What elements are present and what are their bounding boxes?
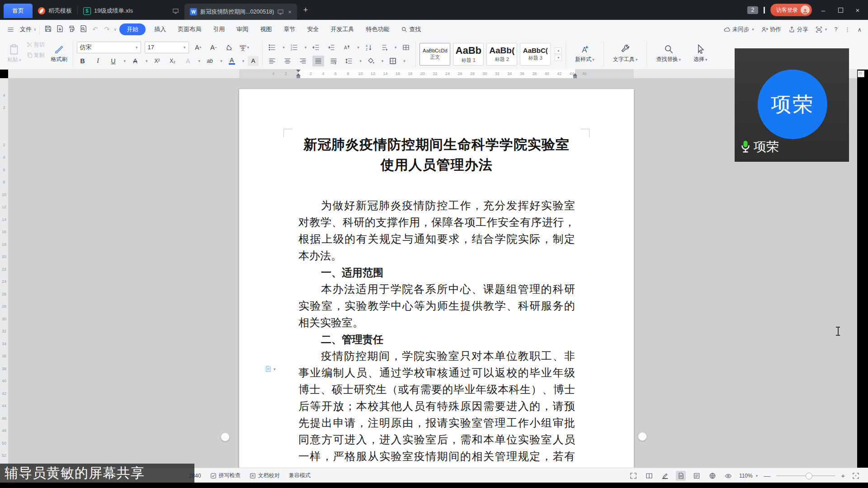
subscript-button[interactable]: X₂ [167,56,179,66]
document-page[interactable]: 新冠肺炎疫情防控期间生命科学学院实验室 使用人员管理办法 为做好新冠肺炎疫情防控… [239,89,634,468]
numbered-list-button[interactable]: 123 [288,42,300,53]
font-size-select[interactable]: 17▾ [145,42,189,53]
tab-close-icon[interactable]: × [288,9,292,15]
zoom-slider-thumb[interactable] [806,473,812,479]
menu-tab-home[interactable]: 开始 [119,23,146,35]
more-button[interactable]: ⋮ [844,26,850,33]
effects-caret-icon[interactable]: ▾ [198,59,201,63]
sync-status-button[interactable]: 未同步▾ [724,26,754,33]
export-pdf-button[interactable] [54,25,66,34]
help-button[interactable]: ? [834,26,837,33]
bullet-list-button[interactable] [266,42,278,53]
pinyin-guide-button[interactable]: wén文▾ [239,42,250,53]
video-participant-window[interactable]: 项荣 项荣 [735,48,849,162]
font-color-caret-icon[interactable]: ▾ [242,59,245,63]
highlight-caret-icon[interactable]: ▾ [220,59,222,63]
new-style-button[interactable]: A 新样式▾ [570,41,600,66]
close-button[interactable]: × [852,6,863,14]
tab-docer-templates[interactable]: 稻壳模板 [33,4,77,18]
bullet-caret-icon[interactable]: ▾ [283,45,285,50]
menu-tab-special-features[interactable]: 特色功能 [360,25,395,33]
underline-caret-icon[interactable]: ▾ [124,59,126,63]
document-proof-toggle[interactable]: 文档校对 [250,472,280,479]
print-button[interactable] [66,25,78,34]
menu-tab-security[interactable]: 安全 [301,25,325,33]
print-preview-button[interactable] [78,25,90,34]
style-normal[interactable]: AaBbCcDd 正文 [420,43,450,66]
redo-button[interactable]: ↷ [101,25,113,33]
menu-tab-insert[interactable]: 插入 [148,25,172,33]
para-caret-icon[interactable]: ▾ [395,45,397,50]
zoom-out-button[interactable]: — [764,472,770,479]
outline-view-button[interactable] [692,471,702,481]
menu-tab-developer[interactable]: 开发工具 [325,25,360,33]
annotation-handle-right[interactable] [638,432,647,441]
menu-tab-review[interactable]: 审阅 [231,25,254,33]
web-view-button[interactable] [708,471,717,481]
bold-button[interactable]: B [77,56,89,66]
scale-caret-icon[interactable]: ▾ [357,45,359,50]
file-menu[interactable]: 文件 [14,25,33,33]
style-heading2[interactable]: AaBb( 标题 2 [486,43,517,66]
char-scale-button[interactable]: A [341,42,353,53]
italic-button[interactable]: I [92,56,104,66]
menu-tab-view[interactable]: 视图 [254,25,278,33]
decrease-indent-button[interactable] [310,42,322,53]
styles-scroll-down-icon[interactable]: ▾ [555,55,562,61]
find-replace-button[interactable]: 查找替换▾ [651,41,686,66]
menu-tab-references[interactable]: 引用 [207,25,231,33]
horizontal-ruler[interactable]: 4224681012141618202224262830323436384042… [8,69,857,78]
restore-button[interactable] [835,6,846,14]
fill-caret-icon[interactable]: ▾ [382,59,384,63]
number-caret-icon[interactable]: ▾ [305,45,307,50]
underline-button[interactable]: U [108,56,119,66]
page-view-button[interactable] [676,471,686,481]
select-button[interactable]: 选择▾ [688,41,713,66]
copy-button[interactable]: 复制 [27,52,45,59]
tab-home[interactable]: 首页 [4,4,33,18]
insert-table-icon[interactable] [400,42,412,53]
clear-format-button[interactable] [223,42,235,53]
styles-scroll-up-icon[interactable]: ▴ [555,47,562,54]
fit-page-button[interactable] [851,471,861,481]
hamburger-menu-icon[interactable] [7,26,14,33]
new-tab-button[interactable]: + [303,5,308,15]
quickbar-caret-icon[interactable]: ∨ [114,27,117,32]
book-view-button[interactable] [644,471,654,481]
switch-window-button[interactable]: ▾ [816,26,827,33]
shrink-font-button[interactable]: A− [208,42,220,53]
fullscreen-view-button[interactable] [628,471,638,481]
notification-badge[interactable]: 2 [747,6,758,14]
paste-button[interactable]: 粘贴▾ [6,41,22,66]
guest-login-button[interactable]: 访客登录 [770,4,812,16]
zoom-level-button[interactable]: 110%▾ [739,473,758,479]
eye-protect-button[interactable] [723,471,733,481]
grow-font-button[interactable]: A+ [193,42,204,53]
justify-button[interactable] [312,56,324,66]
align-center-button[interactable] [282,56,293,66]
save-button[interactable] [42,25,54,34]
borders-button[interactable] [387,56,399,66]
char-shading-button[interactable]: A [248,56,259,66]
font-color-button[interactable]: A [226,56,238,66]
tab-spreadsheet[interactable]: S 19级成绩单.xls [78,4,184,18]
strike-caret-icon[interactable]: ▾ [146,59,148,63]
font-name-select[interactable]: 仿宋▾ [77,42,141,53]
annotation-handle-left[interactable] [221,432,230,441]
undo-button[interactable]: ↶ [90,25,101,33]
ruler-toggle-icon[interactable] [858,70,864,77]
zoom-slider[interactable] [776,475,835,476]
collapse-ribbon-button[interactable]: ∧ [858,26,862,33]
find-button[interactable]: 查找 [395,25,427,33]
tab-writer-document[interactable]: W 新冠疫情防控期间...0200518) × [184,4,297,20]
share-button[interactable]: 分享 [788,26,808,33]
text-effects-button[interactable]: A [182,56,194,66]
borders-caret-icon[interactable]: ▾ [403,59,406,63]
ink-edit-button[interactable] [660,471,670,481]
smart-tag-button[interactable]: ▾ [265,366,276,372]
align-right-button[interactable] [297,56,309,66]
paragraph-settings-button[interactable] [378,42,390,53]
align-left-button[interactable] [266,56,278,66]
format-painter-button[interactable]: 格式刷 [49,41,69,66]
strikethrough-button[interactable]: A [129,56,141,66]
